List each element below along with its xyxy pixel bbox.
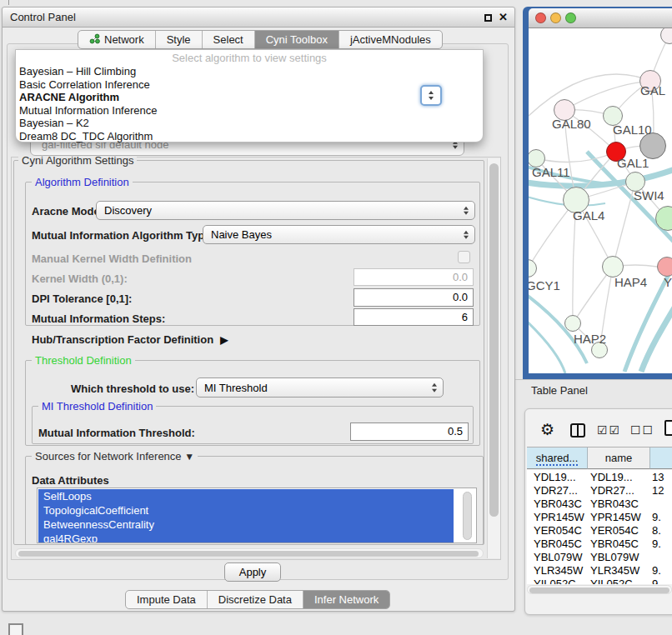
group-title: Cyni Algorithm Settings	[18, 154, 137, 167]
list-scrollbar-thumb[interactable]	[463, 492, 472, 540]
panel-divider	[515, 379, 672, 380]
group-title-mi-threshold: MI Threshold Definition	[38, 400, 156, 412]
mi-steps-label: Mutual Information Steps:	[32, 312, 165, 325]
mi-type-combobox[interactable]: Naive Bayes	[203, 225, 475, 244]
hub-section-toggle[interactable]: Hub/Transcription Factor Definition▶	[32, 333, 228, 346]
network-node[interactable]	[564, 315, 581, 332]
minimize-traffic-light[interactable]	[550, 12, 561, 23]
tab-style[interactable]: Style	[155, 31, 202, 48]
algorithm-option[interactable]: Bayesian – K2	[18, 117, 481, 129]
scrollbar-thumb[interactable]	[489, 163, 499, 517]
aracne-mode-label: Aracne Mode:	[32, 205, 103, 218]
which-threshold-label: Which threshold to use:	[71, 382, 194, 395]
close-icon[interactable]: ✕	[499, 10, 508, 25]
expand-right-icon: ▶	[220, 334, 228, 346]
algorithm-combobox-button[interactable]	[420, 85, 442, 106]
network-window-titlebar[interactable]	[529, 8, 672, 28]
tab-jactivemnodules[interactable]: jActiveMNodules	[339, 31, 442, 48]
node-label: SWI4	[634, 188, 664, 202]
algorithm-option[interactable]: Dream8 DC_TDC Algorithm	[18, 130, 481, 142]
tab-discretize-data[interactable]: Discretize Data	[207, 591, 303, 608]
screen: Control Panel ✕ Network Style Select Cyn…	[0, 0, 672, 635]
kernel-width-label: Kernel Width (0,1):	[32, 272, 128, 285]
data-attributes-list[interactable]: SelfLoops TopologicalCoefficient Between…	[37, 488, 477, 543]
tab-select[interactable]: Select	[202, 31, 254, 48]
algorithm-option[interactable]: Bayesian – Hill Climbing	[18, 65, 481, 78]
mi-steps-input[interactable]: 6	[354, 308, 474, 326]
which-threshold-combobox[interactable]: MI Threshold	[196, 378, 444, 398]
network-icon	[89, 33, 100, 47]
algorithm-option[interactable]: Basic Correlation Inference	[18, 78, 481, 91]
combo-arrows-icon	[464, 206, 469, 215]
node-label: GAL80	[552, 117, 591, 131]
tab-cyni-toolbox[interactable]: Cyni Toolbox	[254, 31, 339, 48]
aracne-mode-combobox[interactable]: Discovery	[96, 201, 475, 220]
network-node[interactable]	[657, 257, 672, 277]
dpi-tolerance-input[interactable]: 0.0	[354, 288, 474, 307]
table-horizontal-scrollbar[interactable]	[527, 585, 672, 594]
attribute-item-selected[interactable]: gal4RGexp	[38, 532, 454, 543]
mi-threshold-input[interactable]: 0.5	[350, 422, 469, 441]
table-row[interactable]: YBR045CYBR045C9.	[527, 538, 672, 551]
top-tick	[8, 0, 9, 5]
network-view-window[interactable]: GAL GAL80 GAL10 GAL1 SWI4 GAL11 GAL4 GCY…	[523, 7, 672, 379]
table-row[interactable]: YIL052CYIL052C9	[527, 578, 672, 584]
column-header-partial[interactable]	[650, 447, 672, 469]
unchecked-boxes-icon[interactable]: ☐☐	[630, 423, 654, 437]
node-label: GAL1	[617, 156, 649, 170]
column-header-name[interactable]: name	[588, 447, 650, 469]
table-row[interactable]: YPR145WYPR145W9.	[527, 511, 672, 524]
node-label: GAL4	[573, 208, 604, 222]
gear-icon[interactable]: ⚙	[540, 420, 554, 439]
table-row[interactable]: YBL079WYBL079W	[527, 551, 672, 564]
node-label: Y	[664, 275, 672, 289]
control-panel-tabbar: Network Style Select Cyni Toolbox jActiv…	[78, 30, 443, 49]
float-window-icon[interactable]	[484, 14, 492, 22]
node-label: GAL	[640, 83, 665, 98]
dpi-tolerance-label: DPI Tolerance [0,1]:	[32, 292, 132, 305]
network-canvas[interactable]: GAL GAL80 GAL10 GAL1 SWI4 GAL11 GAL4 GCY…	[529, 28, 672, 373]
table-row[interactable]: YBR043CYBR043C	[527, 498, 672, 511]
attribute-item-selected[interactable]: TopologicalCoefficient	[38, 503, 454, 518]
table-row[interactable]: YDR27...YDR27...12	[527, 484, 672, 498]
split-columns-icon[interactable]	[570, 423, 585, 438]
algorithm-option[interactable]: Mutual Information Inference	[18, 104, 481, 117]
mi-type-label: Mutual Information Algorithm Type:	[32, 229, 214, 242]
combo-arrows-icon	[464, 230, 469, 239]
manual-kernel-checkbox[interactable]	[458, 251, 470, 263]
close-traffic-light[interactable]	[535, 12, 546, 23]
algorithm-option-selected[interactable]: ARACNE Algorithm	[18, 91, 481, 103]
attribute-item-selected[interactable]: SelfLoops	[38, 489, 454, 503]
group-title-threshold: Threshold Definition	[32, 354, 135, 367]
checked-boxes-icon[interactable]: ☑☑	[597, 423, 621, 437]
tab-impute-data[interactable]: Impute Data	[126, 591, 207, 608]
table-row[interactable]: YLR345WYLR345W9.	[527, 564, 672, 578]
zoom-traffic-light[interactable]	[565, 12, 576, 23]
column-header-shared[interactable]: shared...	[527, 447, 588, 469]
data-attributes-label: Data Attributes	[32, 474, 109, 487]
document-icon[interactable]	[664, 420, 672, 436]
scrollbar-thumb[interactable]	[529, 588, 669, 593]
node-label: GAL11	[532, 165, 570, 179]
mi-threshold-label: Mutual Information Threshold:	[38, 427, 195, 439]
table-row[interactable]: YDL19...YDL19...13	[527, 471, 672, 484]
algorithm-placeholder: Select algorithm to view settings	[16, 52, 483, 64]
manual-kernel-label: Manual Kernel Width Definition	[32, 252, 192, 265]
tab-infer-network[interactable]: Infer Network	[303, 591, 389, 608]
tab-label: Network	[104, 33, 144, 46]
settings-vertical-scrollbar[interactable]	[487, 158, 500, 558]
sources-title-toggle[interactable]: Sources for Network Inference ▼	[32, 450, 198, 463]
kernel-width-input[interactable]: 0.0	[354, 268, 474, 286]
scrollbar-thumb[interactable]	[18, 551, 479, 557]
apply-button[interactable]: Apply	[224, 562, 281, 582]
settings-horizontal-scrollbar[interactable]	[15, 548, 484, 558]
table-row[interactable]: YER054CYER054C8.	[527, 524, 672, 538]
minimized-panel-icon[interactable]	[8, 623, 23, 635]
node-label: GAL10	[613, 122, 652, 137]
attribute-item-selected[interactable]: BetweennessCentrality	[38, 518, 454, 532]
node-label: GCY1	[529, 278, 560, 292]
node-label: HAP2	[574, 332, 606, 346]
group-title-algorithm-definition: Algorithm Definition	[32, 176, 133, 188]
tab-network[interactable]: Network	[78, 31, 155, 48]
control-panel-titlebar: Control Panel ✕	[3, 8, 514, 28]
